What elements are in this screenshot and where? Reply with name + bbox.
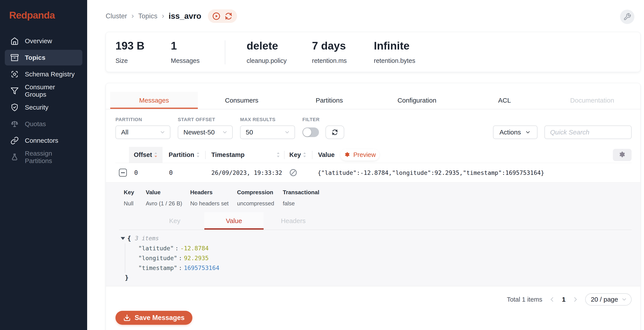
produce-message-icon[interactable] [212,12,221,21]
max-results-filter-label: MAX RESULTS [240,117,295,122]
save-messages-button[interactable]: Save Messages [116,311,192,325]
sidebar-item-security[interactable]: Security [5,99,82,115]
message-search-controls: PARTITION All START OFFSET Newest-50 MAX… [116,117,632,139]
tab-consumers[interactable]: Consumers [198,92,286,109]
collapse-caret-icon[interactable] [121,237,125,240]
sidebar-item-label: Schema Registry [25,71,74,78]
row-partition: 0 [162,169,205,176]
sort-icon [276,152,280,158]
quick-search-input[interactable] [544,125,632,139]
reload-messages-button[interactable] [326,125,344,139]
sidebar-item-connectors[interactable]: Connectors [5,133,82,148]
json-key: "timestamp" [138,264,177,271]
stat-value: 193 B [116,40,171,51]
row-offset: 0 [129,169,162,176]
collapse-row-icon[interactable] [119,169,127,177]
tab-configuration[interactable]: Configuration [373,92,461,109]
max-results-select[interactable]: 50 [240,125,295,139]
topic-tabs: Messages Consumers Partitions Configurat… [106,92,640,109]
filter-toggle-label: FILTER [302,117,344,122]
sidebar-item-consumer-groups[interactable]: Consumer Groups [5,83,82,99]
tab-messages[interactable]: Messages [110,92,198,109]
page-size-select[interactable]: 20 / page [585,293,632,305]
payload-tab-key[interactable]: Key [145,212,204,230]
row-timestamp: 26/09/2023, 19:33:32 [205,169,284,176]
stat-label: retention.bytes [374,57,415,64]
shield-check-icon [10,103,19,111]
max-results-select-value: 50 [246,128,253,136]
pagination: Total 1 items 1 20 / page [116,293,632,305]
stat-cleanup-policy: delete cleanup.policy [246,40,312,64]
chevron-down-icon [525,129,531,135]
offset-column-header[interactable]: Offset [129,147,162,163]
tab-documentation[interactable]: Documentation [548,92,636,109]
sort-icon [302,152,306,158]
sort-icon [196,152,200,158]
admin-tools-button[interactable] [620,10,634,24]
payload-tab-headers[interactable]: Headers [264,212,323,230]
row-value-preview: {"latitude":-12.8784,"longitude":92.2935… [312,169,632,176]
pagination-total: Total 1 items [507,296,542,303]
chevron-left-icon[interactable] [549,296,555,303]
detail-transactional: Transactional false [283,189,320,207]
detail-value: uncompressed [237,200,283,207]
json-entry: "timestamp":1695753164 [138,263,632,273]
chevron-right-icon[interactable] [572,296,579,303]
json-colon: : [177,264,184,271]
messages-table: Offset Partition Timestamp Key [116,147,632,286]
partition-select-value: All [121,128,128,136]
detail-key: Key Null [124,189,146,207]
timestamp-column-header[interactable]: Timestamp [206,147,284,163]
json-root-line: { 3 items [121,234,632,243]
json-tree-viewer: { 3 items "latitude":-12.8784 "longitude… [119,234,632,286]
sidebar-item-overview[interactable]: Overview [5,33,82,49]
home-icon [10,37,19,45]
sidebar-item-label: Security [25,104,48,111]
sidebar-item-label: Overview [25,37,52,45]
download-icon [123,314,131,321]
message-detail-summary: Key Null Value Avro (1 / 26 B) Headers N… [124,189,632,207]
actions-dropdown-button[interactable]: Actions [493,125,538,139]
partition-select[interactable]: All [116,125,170,139]
main-content: Cluster › Topics › iss_avro 193 B Size 1… [87,0,644,330]
start-offset-select[interactable]: Newest-50 [178,125,233,139]
preview-button[interactable]: Preview [340,149,379,161]
refresh-icon[interactable] [224,12,233,21]
key-column-header[interactable]: Key [284,147,312,163]
partition-column-header[interactable]: Partition [162,147,205,163]
json-colon: : [174,245,180,252]
topic-stats-card: 193 B Size 1 Messages delete cleanup.pol… [106,32,640,72]
stat-label: Messages [171,57,225,64]
save-messages-label: Save Messages [135,314,184,322]
chevron-right-icon: › [162,12,164,21]
start-offset-filter-label: START OFFSET [178,117,233,122]
start-offset-select-value: Newest-50 [184,128,214,136]
filter-toggle[interactable] [302,127,319,137]
page-size-value: 20 / page [591,296,618,303]
wrench-icon [623,13,631,21]
table-settings-button[interactable] [613,149,632,161]
chevron-down-icon [621,296,627,302]
sidebar-item-label: Connectors [25,137,58,144]
funnel-icon [10,87,19,95]
breadcrumb-topics[interactable]: Topics [138,12,158,20]
json-value: 1695753164 [184,264,220,271]
tab-acl[interactable]: ACL [461,92,548,109]
sidebar-item-topics[interactable]: Topics [5,50,82,66]
stat-label: cleanup.policy [246,57,312,64]
detail-compression: Compression uncompressed [237,189,283,207]
flask-icon [10,153,19,161]
breadcrumb-cluster[interactable]: Cluster [106,12,127,20]
sidebar-item-schema-registry[interactable]: Schema Registry [5,66,82,82]
payload-tab-value[interactable]: Value [204,212,264,230]
message-row[interactable]: 0 0 26/09/2023, 19:33:32 {"latitude":-12… [116,163,632,182]
filter-toggle-group: FILTER [302,117,344,139]
stat-value: delete [246,40,312,51]
json-entry: "latitude":-12.8784 [138,243,632,253]
detail-label: Transactional [283,189,320,196]
stat-messages: 1 Messages [171,40,225,64]
pagination-current-page[interactable]: 1 [562,296,566,303]
tab-partitions[interactable]: Partitions [286,92,373,109]
sidebar-item-reassign-partitions[interactable]: Reassign Partitions [5,149,82,165]
sidebar-item-quotas[interactable]: Quotas [5,116,82,132]
